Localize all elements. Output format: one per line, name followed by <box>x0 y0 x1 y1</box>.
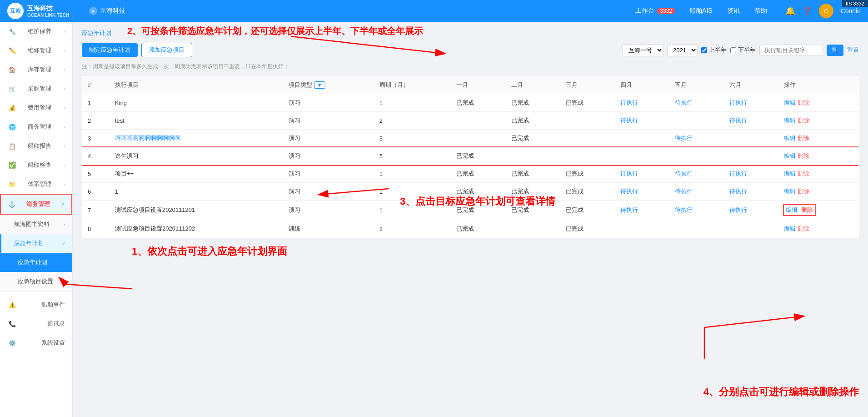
cell-name[interactable]: King <box>110 94 283 112</box>
sidebar-item-chart-books[interactable]: 航海图书资料 › <box>0 215 72 234</box>
sidebar-item-emergency-plan-parent[interactable]: 应急年计划 ∨ <box>0 234 72 253</box>
year-select[interactable]: 2021 <box>667 44 698 56</box>
edit-link[interactable]: 编辑 <box>784 188 796 195</box>
search-input[interactable] <box>759 45 823 56</box>
arrow-icon: › <box>64 144 65 149</box>
edit-link[interactable]: 编辑 <box>784 225 796 232</box>
table-row[interactable]: 5 项目++ 演习 1 已完成 已完成 已完成 待执行 待执行 待执行 编辑删除 <box>82 165 859 183</box>
sidebar-item-repair[interactable]: ✏️ 维修管理 › <box>0 41 72 60</box>
col-type[interactable]: 项目类型 ▼ <box>283 76 374 94</box>
edit-link[interactable]: 编辑 <box>784 117 796 124</box>
arrow-icon: › <box>64 125 65 130</box>
cell-name[interactable]: 逃生演习 <box>110 147 283 165</box>
cell-mar: 已完成 <box>560 94 615 112</box>
sidebar-item-emergency-plan[interactable]: 应急年计划 <box>0 253 72 272</box>
first-half-checkbox-label[interactable]: 上半年 <box>701 46 727 54</box>
ship-report-icon: 📋 <box>9 143 16 150</box>
cell-jan: 已完成 <box>451 220 505 238</box>
cell-jun: 待执行 <box>724 94 778 112</box>
edit-link[interactable]: 编辑 <box>784 135 796 141</box>
status-pending: 待执行 <box>620 188 638 195</box>
type-filter-button[interactable]: ▼ <box>314 81 325 89</box>
question-icon[interactable]: ❓ <box>803 7 812 15</box>
sidebar-ship-event-label: 船舶事件 <box>41 301 65 309</box>
cell-name[interactable]: 测试应急项目设置2020111202 <box>110 220 283 238</box>
sidebar-item-system-mgmt[interactable]: 📁 体系管理 › <box>0 175 72 194</box>
breadcrumb: 应急年计划 <box>82 29 859 37</box>
reset-link[interactable]: 重置 <box>847 46 859 54</box>
delete-link[interactable]: 删除 <box>798 170 809 177</box>
sidebar-item-ship-event[interactable]: ⚠️ 船舶事件 <box>0 295 72 314</box>
table-note: 注：周期是指该项目每多久生成一次，周期为无表示该项目不重复，只在本年度执行； <box>82 63 859 70</box>
cell-type: 演习 <box>283 112 374 130</box>
sidebar-item-system-settings[interactable]: ⚙️ 系统设置 <box>0 333 72 352</box>
nav-help[interactable]: 帮助 <box>754 7 767 15</box>
first-half-checkbox[interactable] <box>701 47 707 53</box>
cell-jan <box>451 130 505 147</box>
delete-link[interactable]: 删除 <box>798 135 809 141</box>
sidebar-item-business[interactable]: 🌐 商务管理 › <box>0 117 72 136</box>
cell-feb <box>506 220 560 238</box>
status-done: 已完成 <box>511 170 529 177</box>
breadcrumb-link[interactable]: 应急年计划 <box>82 29 111 37</box>
cell-may: 待执行 <box>669 183 724 201</box>
sidebar-item-emergency-settings[interactable]: 应急项目设置 <box>0 272 72 291</box>
cell-mar: 已完成 <box>560 165 615 183</box>
add-item-button[interactable]: 添加应急项目 <box>141 43 192 57</box>
delete-link[interactable]: 删除 <box>798 152 809 159</box>
table-row[interactable]: 3 啊啊啊啊啊啊啊啊啊啊啊 演习 3 已完成 待执行 编辑删除 <box>82 130 859 147</box>
workbench-nav-item[interactable]: 工作台 3332 <box>635 7 675 15</box>
delete-link[interactable]: 删除 <box>798 117 809 124</box>
sidebar-item-maintenance[interactable]: 🔧 维护保养 › <box>0 22 72 41</box>
cell-name[interactable]: 1 <box>110 183 283 201</box>
delete-link[interactable]: 删除 <box>798 99 809 106</box>
sidebar-item-inventory[interactable]: 🏠 库存管理 › <box>0 60 72 79</box>
sidebar-item-sea-affairs[interactable]: ⚓ 海务管理 ∨ <box>0 194 72 215</box>
cell-name[interactable]: 测试应急项目设置2020111201 <box>110 201 283 220</box>
sidebar-chart-books-label: 航海图书资料 <box>14 220 50 228</box>
table-row[interactable]: 8 测试应急项目设置2020111202 训练 2 已完成 已完成 编辑删除 <box>82 220 859 238</box>
cell-apr <box>615 147 669 165</box>
notification-icon[interactable]: 🔔 <box>785 6 795 16</box>
sidebar-item-ship-inspection[interactable]: ✅ 船舶检查 › <box>0 156 72 175</box>
cell-name[interactable]: 项目++ <box>110 165 283 183</box>
cell-jun <box>724 147 778 165</box>
cell-name[interactable]: 啊啊啊啊啊啊啊啊啊啊啊 <box>110 130 283 147</box>
delete-link[interactable]: 删除 <box>798 188 809 195</box>
cell-mar: 已完成 <box>560 201 615 220</box>
avatar[interactable]: C <box>819 4 833 18</box>
status-done: 已完成 <box>566 170 584 177</box>
search-button[interactable]: 🔍 <box>827 45 843 56</box>
cell-may: 待执行 <box>669 165 724 183</box>
sidebar-sub-sea-affairs: 航海图书资料 › 应急年计划 ∨ 应急年计划 应急项目设置 <box>0 215 72 291</box>
sidebar-item-purchase[interactable]: 🛒 采购管理 › <box>0 79 72 98</box>
table-row[interactable]: 1 King 演习 1 已完成 已完成 已完成 待执行 待执行 待执行 编辑删除 <box>82 94 859 112</box>
second-half-checkbox[interactable] <box>730 47 736 53</box>
delete-link[interactable]: 删除 <box>801 206 813 214</box>
ship-select[interactable]: 互海一号 <box>623 44 663 56</box>
edit-link[interactable]: 编辑 <box>786 206 798 214</box>
cell-name[interactable]: test <box>110 112 283 130</box>
sidebar-item-ship-report[interactable]: 📋 船舶报告 › <box>0 136 72 156</box>
table-row[interactable]: 6 1 演习 1 已完成 已完成 已完成 待执行 待执行 待执行 编辑删除 <box>82 183 859 201</box>
cell-apr: 待执行 <box>615 165 669 183</box>
table-row[interactable]: 4 逃生演习 演习 5 已完成 编辑删除 <box>82 147 859 165</box>
top-navigation: 互海 互海科技 OCEAN LINK TECH ● 互海科技 工作台 3332 … <box>0 0 868 22</box>
cost-icon: 💰 <box>9 105 16 111</box>
second-half-checkbox-label[interactable]: 下半年 <box>730 46 756 54</box>
cell-apr <box>615 130 669 147</box>
sidebar-item-cost[interactable]: 💰 费用管理 › <box>0 98 72 117</box>
arrow-icon: › <box>64 222 65 227</box>
edit-link[interactable]: 编辑 <box>784 170 796 177</box>
nav-news[interactable]: 资讯 <box>727 7 740 15</box>
create-plan-button[interactable]: 制定应急年计划 <box>82 43 138 57</box>
cell-index: 2 <box>82 112 110 130</box>
nav-ship-ais[interactable]: 船舶AIS <box>689 7 713 15</box>
cell-jan: 已完成 <box>451 201 505 220</box>
delete-link[interactable]: 删除 <box>798 225 809 232</box>
edit-link[interactable]: 编辑 <box>784 99 796 106</box>
sidebar-item-contacts[interactable]: 📞 通讯录 <box>0 314 72 333</box>
table-row[interactable]: 7 测试应急项目设置2020111201 演习 1 已完成 已完成 已完成 待执… <box>82 201 859 220</box>
table-row[interactable]: 2 test 演习 2 已完成 待执行 待执行 编辑删除 <box>82 112 859 130</box>
edit-link[interactable]: 编辑 <box>784 152 796 159</box>
